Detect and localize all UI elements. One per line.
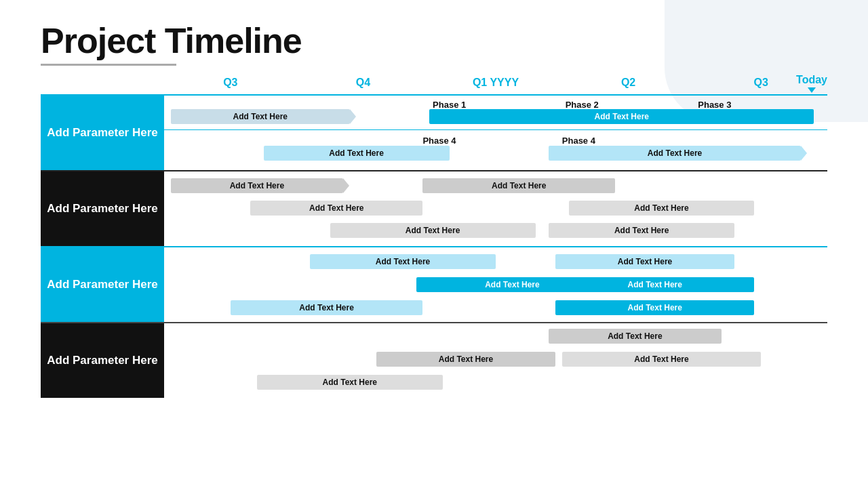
quarter-q2: Q2 <box>562 77 695 89</box>
section-4: Add Parameter Here Add Text Here Add Tex… <box>41 322 827 398</box>
bar-s1-r2-1: Add Text Here <box>264 146 450 161</box>
bar-s3-6: Add Text Here <box>555 300 754 315</box>
quarter-q3: Q3 <box>164 77 297 89</box>
bar-s2-2: Add Text Here <box>422 178 615 193</box>
section-3-content: Add Text Here Add Text Here Add Text Her… <box>164 247 827 322</box>
bar-s2-5: Add Text Here <box>330 223 536 238</box>
section-2-content: Add Text Here Add Text Here Add Text Her… <box>164 171 827 246</box>
title-underline <box>41 64 176 66</box>
section-2: Add Parameter Here Add Text Here Add Tex… <box>41 170 827 246</box>
section-2-label: Add Parameter Here <box>41 171 164 246</box>
main-container: Project Timeline Q3 Q4 Q1 YYYY Q2 Q3 Tod… <box>0 0 868 411</box>
today-label: Today <box>796 74 827 93</box>
bar-s3-1: Add Text Here <box>310 254 496 269</box>
timeline-sections: Add Parameter Here Phase 1 Phase 2 Phase… <box>41 94 827 398</box>
quarter-q1: Q1 YYYY <box>429 77 562 89</box>
bar-s4-2: Add Text Here <box>376 352 555 367</box>
bar-s4-3: Add Text Here <box>562 352 761 367</box>
quarters-row: Q3 Q4 Q1 YYYY Q2 Q3 Today <box>164 77 827 89</box>
bar-s3-5: Add Text Here <box>231 300 423 315</box>
bar-s3-2: Add Text Here <box>555 254 734 269</box>
today-text: Today <box>796 74 827 86</box>
section-1: Add Parameter Here Phase 1 Phase 2 Phase… <box>41 94 827 170</box>
section-4-content: Add Text Here Add Text Here Add Text Her… <box>164 323 827 398</box>
bar-s2-4: Add Text Here <box>569 201 755 216</box>
bar-s2-6: Add Text Here <box>549 223 734 238</box>
today-arrow-icon <box>808 87 816 93</box>
section-3: Add Parameter Here Add Text Here Add Tex… <box>41 246 827 322</box>
bar-s3-4: Add Text Here <box>555 277 754 292</box>
page-title: Project Timeline <box>41 20 827 61</box>
section1-divider <box>164 129 827 130</box>
bar-s2-3: Add Text Here <box>250 201 422 216</box>
bar-s1-r1-2: Add Text Here <box>429 109 814 124</box>
section-4-label: Add Parameter Here <box>41 323 164 398</box>
bar-s1-r2-2: Add Text Here <box>549 146 801 161</box>
section-1-label: Add Parameter Here <box>41 96 164 170</box>
section-1-content: Phase 1 Phase 2 Phase 3 Add Text Here Ad… <box>164 96 827 170</box>
bar-s4-1: Add Text Here <box>549 329 721 344</box>
bar-s2-1: Add Text Here <box>171 178 343 193</box>
section-3-label: Add Parameter Here <box>41 247 164 322</box>
bar-s1-r1-1: Add Text Here <box>171 109 350 124</box>
bar-s4-4: Add Text Here <box>257 375 443 390</box>
quarter-q4: Q4 <box>297 77 430 89</box>
